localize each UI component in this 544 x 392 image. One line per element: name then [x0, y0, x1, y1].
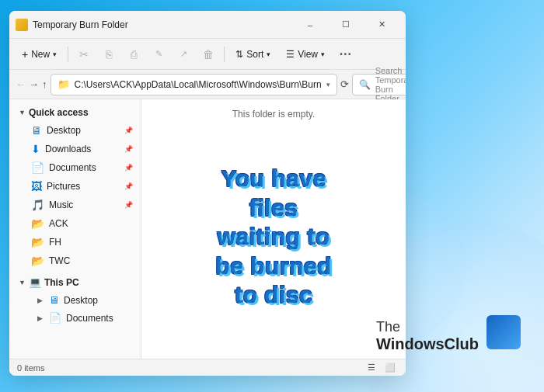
forward-button[interactable]: →: [29, 74, 39, 95]
rename-button[interactable]: ✎: [148, 43, 169, 65]
main-content: ▼ Quick access 🖥 Desktop 📌 ⬇ Downloads 📌…: [9, 99, 406, 359]
address-bar: ← → ↑ 📁 C:\Users\ACK\AppData\Local\Micro…: [9, 70, 406, 99]
close-button[interactable]: ✕: [364, 12, 399, 37]
new-chevron-icon: ▾: [53, 50, 57, 58]
this-pc-header[interactable]: ▼ 💻 This PC: [12, 273, 138, 291]
sidebar: ▼ Quick access 🖥 Desktop 📌 ⬇ Downloads 📌…: [9, 99, 141, 359]
back-button[interactable]: ←: [16, 74, 26, 95]
toolbar: + New ▾ ✂ ⎘ ⎙ ✎ ↗ 🗑 ⇅ Sort ▾ ☰ View ▾ ⋯: [9, 39, 406, 70]
list-view-button[interactable]: ☰: [364, 361, 379, 375]
burn-line3: to disc: [207, 280, 340, 310]
status-view-icons: ☰ ⬜: [364, 361, 398, 375]
view-icon: ☰: [286, 49, 295, 60]
quick-access-label: Quick access: [29, 107, 89, 118]
pin-icon-music: 📌: [124, 201, 133, 209]
music-folder-icon: 🎵: [31, 199, 44, 211]
watermark-the: The: [376, 319, 479, 335]
view-button[interactable]: ☰ View ▾: [280, 46, 331, 63]
toolbar-separator-2: [224, 47, 225, 62]
content-pane: This folder is empty. You have files wai…: [141, 99, 406, 359]
pc-desktop-folder-icon: 🖥: [49, 294, 59, 306]
ack-folder-icon: 📂: [31, 217, 44, 230]
title-bar: Temporary Burn Folder – ☐ ✕: [9, 11, 406, 39]
toolbar-separator-1: [68, 47, 68, 62]
search-box[interactable]: 🔍 Search Temporary Burn Folder: [352, 74, 406, 95]
quick-access-header[interactable]: ▼ Quick access: [12, 104, 138, 121]
sort-icon: ⇅: [235, 49, 243, 60]
sidebar-item-ack[interactable]: 📂 ACK: [12, 214, 138, 233]
window-icon: [16, 19, 28, 31]
pc-documents-folder-icon: 📄: [49, 312, 61, 324]
delete-button[interactable]: 🗑: [197, 43, 219, 65]
sidebar-item-ack-label: ACK: [49, 218, 68, 229]
burn-message: You have files waiting to be burned to d…: [207, 164, 340, 310]
paste-button[interactable]: ⎙: [123, 43, 145, 65]
sidebar-item-pc-desktop-label: Desktop: [64, 295, 98, 306]
sidebar-item-music-label: Music: [49, 199, 73, 210]
new-button[interactable]: + New ▾: [16, 45, 63, 64]
sidebar-item-pictures[interactable]: 🖼 Pictures 📌: [12, 177, 138, 196]
sidebar-item-fh[interactable]: 📂 FH: [12, 233, 138, 252]
more-options-button[interactable]: ⋯: [334, 43, 356, 65]
window-title: Temporary Burn Folder: [33, 19, 288, 30]
address-folder-icon: 📁: [58, 78, 70, 90]
fh-folder-icon: 📂: [31, 236, 44, 248]
empty-folder-text: This folder is empty.: [232, 109, 315, 120]
sidebar-item-music[interactable]: 🎵 Music 📌: [12, 196, 138, 214]
this-pc-section: ▼ 💻 This PC ▶ 🖥 Desktop ▶ 📄 Documents: [9, 272, 141, 328]
sort-chevron-icon: ▾: [267, 50, 270, 58]
quick-access-section: ▼ Quick access 🖥 Desktop 📌 ⬇ Downloads 📌…: [9, 102, 141, 272]
up-button[interactable]: ↑: [42, 74, 47, 95]
chevron-right-icon-desktop: ▶: [37, 297, 43, 304]
quick-access-chevron-icon: ▼: [19, 109, 26, 116]
watermark-logo: [486, 315, 521, 349]
maximize-button[interactable]: ☐: [328, 12, 364, 37]
window-controls: – ☐ ✕: [292, 12, 399, 37]
pin-icon-downloads: 📌: [124, 145, 133, 153]
view-chevron-icon: ▾: [321, 50, 325, 58]
sidebar-item-fh-label: FH: [49, 237, 61, 248]
sort-button[interactable]: ⇅ Sort ▾: [229, 46, 277, 63]
sidebar-item-documents-label: Documents: [49, 162, 96, 173]
status-text: 0 items: [17, 363, 357, 373]
address-input[interactable]: 📁 C:\Users\ACK\AppData\Local\Microsoft\W…: [51, 74, 337, 95]
burn-line1: You have files: [207, 164, 340, 222]
address-text: C:\Users\ACK\AppData\Local\Microsoft\Win…: [75, 79, 322, 90]
search-icon: 🔍: [359, 79, 371, 90]
twc-folder-icon: 📂: [31, 255, 44, 267]
watermark-name: WindowsClub: [376, 335, 479, 353]
sidebar-item-pc-documents-label: Documents: [66, 313, 113, 324]
refresh-button[interactable]: ⟳: [340, 75, 349, 95]
sidebar-item-downloads[interactable]: ⬇ Downloads 📌: [12, 140, 138, 158]
copy-button[interactable]: ⎘: [98, 43, 120, 65]
this-pc-icon: 💻: [29, 276, 41, 288]
pin-icon-desktop: 📌: [124, 127, 133, 134]
new-icon: +: [22, 48, 28, 61]
status-bar: 0 items ☰ ⬜: [9, 359, 406, 376]
pictures-folder-icon: 🖼: [31, 180, 42, 193]
pin-icon-pictures: 📌: [124, 182, 133, 190]
sidebar-item-pc-desktop[interactable]: ▶ 🖥 Desktop: [12, 291, 138, 309]
sidebar-item-desktop[interactable]: 🖥 Desktop 📌: [12, 121, 138, 140]
sidebar-item-twc[interactable]: 📂 TWC: [12, 252, 138, 270]
desktop-folder-icon: 🖥: [31, 124, 42, 137]
sidebar-item-desktop-label: Desktop: [47, 125, 81, 136]
share-button[interactable]: ↗: [173, 43, 194, 65]
burn-line2: waiting to be burned: [207, 222, 340, 280]
sidebar-item-downloads-label: Downloads: [45, 144, 91, 154]
minimize-button[interactable]: –: [292, 12, 328, 37]
pin-icon-documents: 📌: [124, 164, 133, 172]
sidebar-item-pictures-label: Pictures: [47, 181, 80, 192]
sidebar-item-documents[interactable]: 📄 Documents 📌: [12, 158, 138, 177]
documents-folder-icon: 📄: [31, 161, 44, 174]
file-explorer-window: Temporary Burn Folder – ☐ ✕ + New ▾ ✂ ⎘ …: [9, 11, 406, 376]
address-dropdown-icon: ▾: [326, 81, 330, 88]
grid-view-button[interactable]: ⬜: [382, 361, 398, 375]
search-placeholder-text: Search Temporary Burn Folder: [375, 66, 406, 103]
this-pc-label: This PC: [44, 277, 79, 288]
sidebar-item-twc-label: TWC: [49, 255, 70, 266]
sidebar-item-pc-documents[interactable]: ▶ 📄 Documents: [12, 309, 138, 327]
watermark: The WindowsClub: [376, 319, 521, 353]
chevron-right-icon-docs: ▶: [37, 314, 43, 322]
cut-button[interactable]: ✂: [73, 43, 95, 65]
